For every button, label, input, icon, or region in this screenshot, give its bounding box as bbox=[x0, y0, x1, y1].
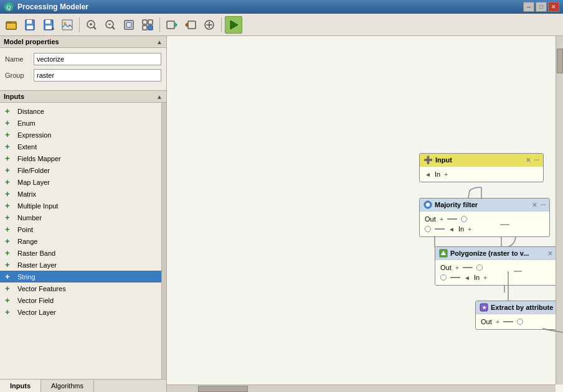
input-item[interactable]: +Multiple Input bbox=[0, 200, 161, 212]
save-btn[interactable] bbox=[21, 16, 39, 34]
zoom-actual-btn[interactable] bbox=[139, 16, 156, 34]
open-btn[interactable] bbox=[2, 16, 20, 34]
input-item[interactable]: +Range bbox=[0, 235, 161, 247]
zoom-fit-btn[interactable] bbox=[120, 16, 138, 34]
polygonize-out-plus[interactable]: + bbox=[455, 264, 459, 271]
input-item-label: Point bbox=[17, 226, 33, 233]
input-item-label: Map Layer bbox=[17, 179, 50, 186]
input-item[interactable]: +Extent bbox=[0, 141, 161, 152]
input-item-label: Raster Band bbox=[17, 250, 55, 257]
polygonize-out-row: Out + bbox=[440, 263, 560, 273]
hscroll-thumb[interactable] bbox=[198, 386, 248, 392]
node-majority-filter: Majority filter ✕ ··· Out + ◄ In + bbox=[419, 198, 550, 237]
input-item[interactable]: +Vector Layer bbox=[0, 306, 161, 318]
main-layout: Model properties ▲ Name Group Inputs ▲ +… bbox=[0, 36, 563, 392]
majority-in-row: ◄ In + bbox=[425, 224, 544, 234]
add-algorithm-btn[interactable] bbox=[201, 16, 218, 34]
export-btn[interactable] bbox=[59, 16, 76, 34]
input-item[interactable]: +Vector Field bbox=[0, 294, 161, 306]
run-btn[interactable] bbox=[225, 16, 242, 34]
zoom-out-btn[interactable] bbox=[102, 16, 119, 34]
maximize-button[interactable]: □ bbox=[536, 2, 547, 12]
canvas-vscroll[interactable] bbox=[556, 36, 563, 385]
plus-icon: + bbox=[5, 260, 14, 269]
input-item-label: Vector Layer bbox=[17, 309, 56, 316]
node-polygonize-title: Polygonize (raster to v... bbox=[450, 250, 545, 257]
node-polygonize-header: Polygonize (raster to v... ✕ ··· bbox=[435, 247, 563, 260]
zoom-in-btn[interactable] bbox=[83, 16, 100, 34]
svg-rect-23 bbox=[143, 20, 147, 24]
minimize-button[interactable]: ─ bbox=[523, 2, 534, 12]
node-polygonize-close[interactable]: ✕ bbox=[547, 250, 552, 257]
poly-in-arrow: ◄ bbox=[464, 274, 470, 281]
plus-icon: + bbox=[5, 225, 14, 234]
input-item-label: Vector Features bbox=[17, 285, 66, 292]
extract-out-plus[interactable]: + bbox=[496, 318, 499, 325]
input-item[interactable]: +Raster Layer bbox=[0, 259, 161, 271]
svg-line-17 bbox=[93, 27, 96, 29]
plus-icon: + bbox=[5, 142, 14, 151]
input-item[interactable]: +Raster Band bbox=[0, 247, 161, 259]
inputs-list: +Distance+Enum+Expression+Extent+Fields … bbox=[0, 103, 161, 379]
in-plus[interactable]: + bbox=[444, 170, 448, 178]
input-item[interactable]: +Point bbox=[0, 223, 161, 235]
node-majority-filter-dots: ··· bbox=[541, 202, 546, 208]
input-item[interactable]: +Number bbox=[0, 212, 161, 223]
node-majority-filter-header: Majority filter ✕ ··· bbox=[420, 198, 549, 212]
add-input-btn[interactable] bbox=[163, 16, 181, 34]
node-majority-filter-close[interactable]: ✕ bbox=[532, 202, 537, 208]
plus-icon: + bbox=[5, 177, 14, 187]
save-as-btn[interactable]: + bbox=[40, 16, 57, 34]
majority-in-plus[interactable]: + bbox=[468, 225, 471, 233]
extract-out-connector[interactable] bbox=[517, 319, 523, 325]
node-extract-body: Out + bbox=[476, 314, 563, 329]
poly-in-connector[interactable] bbox=[440, 274, 447, 281]
input-item[interactable]: +Fields Mapper bbox=[0, 152, 161, 164]
model-properties-toggle[interactable]: ▲ bbox=[156, 39, 163, 45]
majority-out-plus[interactable]: + bbox=[440, 215, 443, 223]
plus-icon: + bbox=[5, 236, 14, 246]
node-input-body: ◄ In + bbox=[420, 167, 543, 182]
input-item[interactable]: +Map Layer bbox=[0, 176, 161, 188]
in-connector[interactable] bbox=[425, 226, 431, 232]
scroll-indicator[interactable] bbox=[161, 103, 166, 379]
svg-line-20 bbox=[112, 27, 115, 29]
input-item[interactable]: +Expression bbox=[0, 129, 161, 141]
node-input: ➕ Input ✕ ··· ◄ In + bbox=[419, 153, 544, 182]
input-item[interactable]: +Distance bbox=[0, 105, 161, 117]
plus-icon: + bbox=[5, 201, 14, 210]
vscroll-thumb[interactable] bbox=[557, 49, 563, 73]
polygonize-in-plus[interactable]: + bbox=[483, 274, 487, 281]
add-output-btn[interactable] bbox=[182, 16, 199, 34]
node-extract-title: Extract by attribute bbox=[491, 304, 563, 311]
input-item[interactable]: +String bbox=[0, 271, 161, 282]
out-connector[interactable] bbox=[461, 216, 467, 222]
poly-out-connector[interactable] bbox=[476, 264, 483, 271]
svg-rect-22 bbox=[126, 22, 131, 27]
inputs-title: Inputs bbox=[4, 93, 24, 100]
inputs-toggle[interactable]: ▲ bbox=[156, 93, 163, 100]
input-item-label: String bbox=[17, 273, 35, 281]
name-input[interactable] bbox=[34, 53, 161, 65]
node-extract-header: ★ Extract by attribute ✕ ··· bbox=[476, 301, 563, 314]
left-panel: Model properties ▲ Name Group Inputs ▲ +… bbox=[0, 36, 167, 392]
group-input[interactable] bbox=[34, 69, 161, 82]
input-item[interactable]: +Enum bbox=[0, 117, 161, 129]
input-item[interactable]: +File/Folder bbox=[0, 164, 161, 176]
node-input-close[interactable]: ✕ bbox=[526, 157, 531, 164]
plus-icon: + bbox=[5, 154, 14, 163]
close-button[interactable]: ✕ bbox=[548, 2, 559, 12]
tab-algorithms[interactable]: Algorithms bbox=[41, 380, 94, 392]
input-item-label: Fields Mapper bbox=[17, 155, 61, 162]
input-item[interactable]: +Matrix bbox=[0, 188, 161, 200]
majority-in-label: In bbox=[458, 225, 464, 233]
in-wire bbox=[435, 228, 445, 230]
input-item[interactable]: +Vector Features bbox=[0, 282, 161, 294]
bottom-tabs: Inputs Algorithms bbox=[0, 379, 166, 392]
svg-rect-25 bbox=[143, 26, 147, 30]
tab-inputs[interactable]: Inputs bbox=[0, 380, 41, 392]
input-item-label: Number bbox=[17, 214, 42, 222]
canvas-hscroll[interactable] bbox=[167, 385, 556, 392]
name-label: Name bbox=[5, 55, 30, 63]
plus-icon: + bbox=[5, 166, 14, 175]
